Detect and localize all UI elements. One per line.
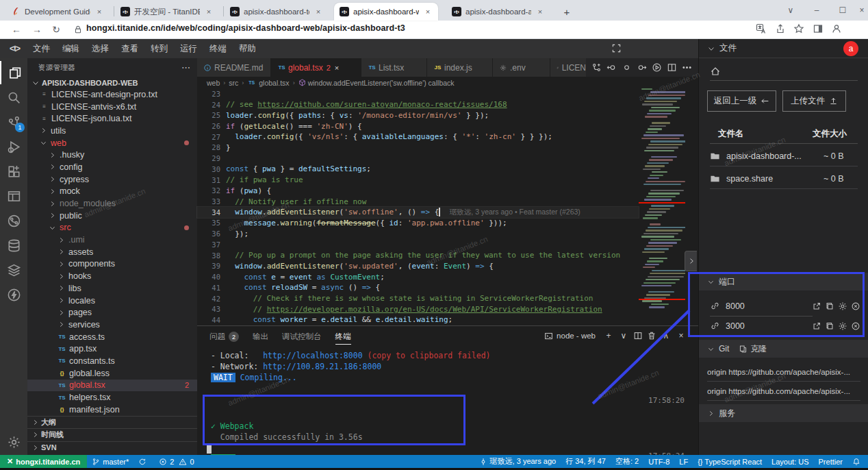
tree-folder-src[interactable]: src	[27, 222, 197, 234]
breadcrumb-item[interactable]: web	[207, 79, 220, 87]
explorer-root-folder[interactable]: APISIX-DASHBOARD-WEB	[27, 77, 197, 88]
ports-section-header[interactable]: 端口	[699, 273, 868, 290]
editor-tab-index.js[interactable]: JSindex.js	[427, 58, 493, 77]
git-circle-icon[interactable]	[0, 209, 27, 232]
lightning-icon[interactable]	[0, 283, 27, 306]
tree-folder-locales[interactable]: locales	[27, 295, 197, 307]
code-editor[interactable]: 2324// see https://github.com/suren-atoy…	[197, 88, 639, 325]
home-icon[interactable]	[710, 66, 721, 77]
gear-icon[interactable]	[0, 430, 27, 454]
share-icon[interactable]	[775, 23, 787, 36]
tree-file-manifest.json[interactable]: {}manifest.json	[27, 404, 197, 416]
editor-tab-List.tsx[interactable]: TSList.tsx	[361, 58, 427, 77]
status-item[interactable]: Prettier	[814, 455, 847, 468]
menu-item-转到[interactable]: 转到	[144, 44, 174, 53]
close-icon[interactable]: ×	[535, 8, 545, 16]
tree-file-LICENSE-antvis-x6.txt[interactable]: ≡LICENSE-antvis-x6.txt	[27, 101, 197, 113]
menu-item-选择[interactable]: 选择	[86, 44, 115, 53]
gear-icon[interactable]	[838, 301, 847, 311]
browser-tab[interactable]: ‹t›apisix-dashboard-web - TitanI×	[334, 3, 438, 21]
browser-tab[interactable]: Development Guide | Apache×	[5, 3, 110, 21]
back-icon[interactable]: ←	[10, 23, 23, 36]
tree-folder-config[interactable]: config	[27, 161, 197, 173]
menu-item-查看[interactable]: 查看	[115, 44, 144, 53]
breadcrumb-item[interactable]: TSglobal.tsx	[247, 79, 289, 87]
browser-tab[interactable]: ‹t›开发空间 - TitanIDE×	[115, 3, 219, 21]
git-remote-row[interactable]: origin https://github.com/apache/apisix-…	[707, 382, 860, 401]
split-editor-icon[interactable]	[667, 62, 677, 73]
back-parent-button[interactable]: 返回上一级	[707, 90, 776, 112]
tree-folder-hooks[interactable]: hooks	[27, 270, 197, 282]
tree-folder-pages[interactable]: pages	[27, 306, 197, 319]
terminal-profile[interactable]: node - web	[544, 332, 596, 341]
branch-indicator[interactable]: master*	[87, 455, 133, 468]
menu-item-帮助[interactable]: 帮助	[233, 44, 262, 53]
reload-icon[interactable]: ↻	[49, 23, 63, 36]
tree-file-access.ts[interactable]: TSaccess.ts	[27, 331, 197, 343]
run-circle-icon[interactable]	[652, 62, 662, 73]
tree-folder-assets[interactable]: assets	[27, 246, 197, 258]
section-大纲[interactable]: 大纲	[27, 416, 197, 429]
tree-folder-components[interactable]: components	[27, 258, 197, 271]
terminal-output[interactable]: - Local: http://localhost:8000 (copy to …	[211, 351, 690, 454]
close-icon[interactable]: ×	[314, 8, 323, 16]
new-tab-button[interactable]: +	[560, 5, 574, 18]
tree-folder-.umi[interactable]: .umi	[27, 234, 197, 246]
copy-icon[interactable]	[825, 301, 834, 311]
file-list-item[interactable]: space.share~ 0 B	[710, 169, 858, 189]
git-clone-button[interactable]: 克隆	[739, 343, 767, 355]
extensions-icon[interactable]	[0, 160, 27, 183]
git-remote-row[interactable]: origin https://github.com/apache/apisix-…	[707, 363, 860, 382]
tree-folder-services[interactable]: services	[27, 319, 197, 331]
minimap[interactable]	[639, 88, 685, 325]
tree-file-LICENSE-json.lua.txt[interactable]: ≡LICENSE-json.lua.txt	[27, 112, 197, 125]
tree-folder-utils[interactable]: utils	[27, 125, 197, 137]
external-icon[interactable]	[812, 301, 821, 311]
tree-folder-cypress[interactable]: cypress	[27, 173, 197, 186]
panel-expand-button[interactable]	[685, 251, 697, 271]
more-actions-icon[interactable]	[682, 62, 692, 73]
editor-tab-.env[interactable]: .env	[493, 58, 550, 77]
close-icon[interactable]: ×	[676, 330, 687, 341]
copy-icon[interactable]	[825, 321, 834, 331]
editor-tab-global.tsx[interactable]: TSglobal.tsx2×	[271, 58, 361, 77]
file-list-item[interactable]: apisix-dashboard-...~ 0 B	[710, 146, 858, 166]
menu-item-文件[interactable]: 文件	[27, 44, 56, 53]
status-item[interactable]	[847, 455, 868, 468]
tree-folder-mock[interactable]: mock	[27, 186, 197, 198]
problems-indicator[interactable]: 20	[154, 455, 199, 468]
tree-folder-web[interactable]: web	[27, 137, 197, 149]
source-control-icon[interactable]: 1	[0, 110, 27, 134]
tree-folder-.husky[interactable]: .husky	[27, 149, 197, 161]
x-circle-icon[interactable]	[851, 301, 860, 311]
tree-folder-node_modules[interactable]: node_modules	[27, 197, 197, 210]
fullscreen-icon[interactable]	[611, 43, 622, 53]
upload-file-button[interactable]: 上传文件	[782, 90, 846, 112]
search-icon[interactable]	[0, 86, 27, 109]
window-menu-icon[interactable]: ∨	[780, 1, 801, 19]
trash-icon[interactable]	[647, 331, 656, 341]
terminal-tab-终端[interactable]: 终端	[335, 332, 351, 345]
close-icon[interactable]: ×	[335, 64, 339, 72]
status-item[interactable]: UTF-8	[643, 455, 674, 468]
breadcrumb-item[interactable]: src	[229, 79, 238, 87]
editor-scrollbar[interactable]	[685, 88, 698, 325]
chevron-up-icon[interactable]: ∧	[661, 330, 672, 341]
port-row-8000[interactable]: 8000	[699, 296, 868, 316]
nav-back-icon[interactable]	[607, 62, 617, 73]
git-graph-icon[interactable]	[591, 62, 602, 73]
more-actions-icon[interactable]: ⋯	[181, 62, 190, 73]
tree-folder-public[interactable]: public	[27, 210, 197, 222]
tree-file-app.tsx[interactable]: TSapp.tsx	[27, 343, 197, 355]
layers-icon[interactable]	[0, 258, 27, 282]
close-icon[interactable]: ×	[423, 8, 433, 16]
breadcrumb-item[interactable]: window.addEventListener('sw.offline') ca…	[298, 79, 455, 87]
tree-folder-libs[interactable]: libs	[27, 282, 197, 295]
terminal-link[interactable]: http://localhost:8000	[263, 351, 362, 360]
terminal-tab-输出[interactable]: 输出	[253, 332, 268, 344]
browser-tab[interactable]: ‹t›apisix-dashboard-api - TitanID×	[446, 3, 550, 21]
split-icon[interactable]	[633, 331, 643, 341]
section-SVN[interactable]: SVN	[27, 441, 197, 454]
run-debug-icon[interactable]	[0, 135, 27, 158]
external-icon[interactable]	[812, 321, 821, 331]
